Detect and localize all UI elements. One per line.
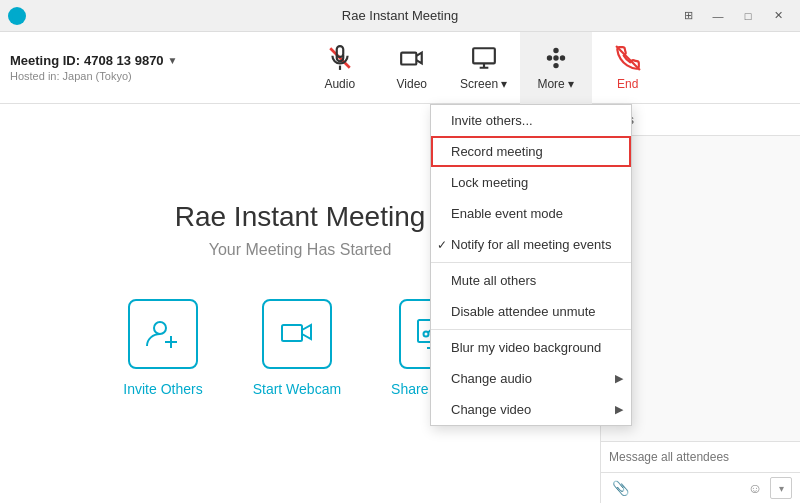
svg-point-11 — [154, 322, 166, 334]
dropdown-disable-unmute-label: Disable attendee unmute — [451, 304, 596, 319]
screen-button[interactable]: Screen ▾ — [448, 32, 520, 104]
video-label: Video — [397, 77, 427, 91]
message-input-row — [601, 442, 800, 473]
send-dropdown-icon[interactable]: ▾ — [770, 477, 792, 499]
end-button[interactable]: End — [592, 32, 664, 104]
attachment-icon[interactable]: 📎 — [609, 477, 631, 499]
message-toolbar: 📎 ☺ ▾ — [601, 473, 800, 503]
dropdown-record-label: Record meeting — [451, 144, 543, 159]
dropdown-notify-label: Notify for all meeting events — [451, 237, 611, 252]
dropdown-event-mode-label: Enable event mode — [451, 206, 563, 221]
window-controls: ⊞ — □ ✕ — [674, 6, 792, 26]
dropdown-lock[interactable]: Lock meeting — [431, 167, 631, 198]
screen-label: Screen ▾ — [460, 77, 507, 91]
invite-others-button[interactable]: Invite Others — [123, 299, 202, 397]
dropdown-invite[interactable]: Invite others... — [431, 105, 631, 136]
audio-label: Audio — [324, 77, 355, 91]
emoji-icon[interactable]: ☺ — [744, 477, 766, 499]
dropdown-record[interactable]: Record meeting — [431, 136, 631, 167]
main-area: Rae Instant Meeting Your Meeting Has Sta… — [0, 104, 800, 503]
close-button[interactable]: ✕ — [764, 6, 792, 26]
meeting-id-chevron: ▼ — [168, 55, 178, 66]
toolbar-buttons: Audio Video Screen ▾ — [304, 32, 664, 104]
meeting-host: Hosted in: Japan (Tokyo) — [10, 70, 178, 82]
svg-point-7 — [554, 63, 557, 66]
app-logo — [8, 7, 26, 25]
dropdown-event-mode[interactable]: Enable event mode — [431, 198, 631, 229]
dropdown-change-video-label: Change video — [451, 402, 531, 417]
svg-point-19 — [423, 331, 428, 336]
invite-icon — [128, 299, 198, 369]
meeting-info: Meeting ID: 4708 13 9870 ▼ Hosted in: Ja… — [10, 53, 178, 82]
dropdown-blur-bg-label: Blur my video background — [451, 340, 601, 355]
start-webcam-button[interactable]: Start Webcam — [253, 299, 341, 397]
dropdown-disable-unmute[interactable]: Disable attendee unmute — [431, 296, 631, 327]
action-buttons: Invite Others Start Webcam — [123, 299, 476, 397]
dropdown-sep-1 — [431, 262, 631, 263]
dropdown-notify[interactable]: Notify for all meeting events — [431, 229, 631, 260]
message-area: 📎 ☺ ▾ — [601, 441, 800, 503]
svg-point-8 — [548, 56, 551, 59]
dropdown-change-video[interactable]: Change video ▶ — [431, 394, 631, 425]
minimize-button[interactable]: — — [704, 6, 732, 26]
svg-point-6 — [554, 56, 557, 59]
maximize-button[interactable]: □ — [734, 6, 762, 26]
more-button[interactable]: More ▾ — [520, 32, 592, 104]
meeting-id-label: Meeting ID: — [10, 53, 80, 68]
meeting-id-value: 4708 13 9870 — [84, 53, 164, 68]
webcam-label: Start Webcam — [253, 381, 341, 397]
toolbar: Meeting ID: 4708 13 9870 ▼ Hosted in: Ja… — [0, 32, 800, 104]
svg-rect-14 — [282, 325, 302, 341]
svg-rect-3 — [401, 52, 416, 64]
audio-button[interactable]: Audio — [304, 32, 376, 104]
invite-label: Invite Others — [123, 381, 202, 397]
svg-point-9 — [561, 56, 564, 59]
more-dropdown: Invite others... Record meeting Lock mee… — [430, 104, 632, 426]
svg-point-0 — [12, 11, 22, 21]
webcam-icon — [262, 299, 332, 369]
change-audio-arrow: ▶ — [615, 372, 623, 385]
meeting-title: Rae Instant Meeting — [175, 201, 426, 233]
dropdown-sep-2 — [431, 329, 631, 330]
meeting-subtitle: Your Meeting Has Started — [209, 241, 392, 259]
video-button[interactable]: Video — [376, 32, 448, 104]
more-label: More ▾ — [537, 77, 574, 91]
dropdown-lock-label: Lock meeting — [451, 175, 528, 190]
end-label: End — [617, 77, 638, 91]
dropdown-mute-all[interactable]: Mute all others — [431, 265, 631, 296]
dropdown-mute-all-label: Mute all others — [451, 273, 536, 288]
grid-button[interactable]: ⊞ — [674, 6, 702, 26]
message-input[interactable] — [609, 450, 792, 464]
change-video-arrow: ▶ — [615, 403, 623, 416]
title-bar-left — [8, 7, 26, 25]
svg-rect-4 — [473, 48, 495, 63]
dropdown-change-audio-label: Change audio — [451, 371, 532, 386]
dropdown-invite-label: Invite others... — [451, 113, 533, 128]
dropdown-blur-bg[interactable]: Blur my video background — [431, 332, 631, 363]
title-bar: Rae Instant Meeting ⊞ — □ ✕ — [0, 0, 800, 32]
meeting-id[interactable]: Meeting ID: 4708 13 9870 ▼ — [10, 53, 178, 68]
svg-point-5 — [554, 48, 557, 51]
dropdown-change-audio[interactable]: Change audio ▶ — [431, 363, 631, 394]
